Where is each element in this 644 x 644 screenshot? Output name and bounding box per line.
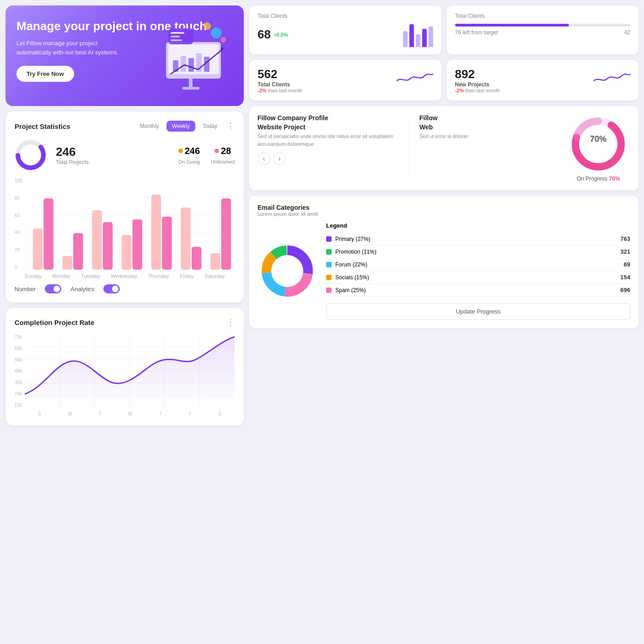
svg-rect-15 (171, 36, 180, 37)
unfinished-metric: 28 Unfinished (211, 146, 235, 165)
stat892-label: New Projects (455, 81, 500, 88)
stat562-label: Total Clients (258, 81, 302, 88)
project-statistics-card: Project Statistics Monthly Weekly Today … (5, 112, 244, 303)
svg-point-60 (271, 255, 303, 287)
ongoing-label: On Going (178, 159, 200, 165)
tab-monthly[interactable]: Monthly (134, 121, 165, 132)
completion-x-labels: S M T W T F S (25, 411, 235, 416)
company-title1: Fillow Company Profile (258, 114, 397, 122)
tab-group: Monthly Weekly Today (134, 121, 223, 132)
card-header: Project Statistics Monthly Weekly Today … (15, 121, 235, 132)
svg-rect-26 (43, 198, 54, 270)
svg-text:70%: 70% (590, 134, 606, 144)
completion-card: Completion Project Rate ⋮ 70k 60k 50k 40… (5, 308, 244, 426)
legend-color-dot (326, 275, 332, 280)
line-chart-svg (25, 335, 235, 408)
bar-chart-container: 100 80 60 40 20 0 (15, 178, 235, 279)
company-title3: Fillow (419, 114, 559, 122)
ongoing-number: 246 (185, 146, 200, 156)
company-desc1: Sed ut perspiciatis unde omnis iste natu… (258, 133, 397, 148)
toggle2-label: Analytics (70, 286, 94, 293)
analytics-toggle[interactable] (103, 284, 120, 293)
update-progress-button[interactable]: Update Progress (326, 303, 630, 320)
nav-buttons: ‹ › (258, 152, 397, 165)
completion-y-labels: 70k 60k 50k 40k 30k 20k 10k (15, 335, 25, 408)
toggle1-label: Number (15, 286, 36, 293)
legend-item: Spam (25%) 696 (326, 284, 630, 297)
unfinished-label: Unfinished (211, 159, 235, 165)
legend-item: Socials (15%) 154 (326, 271, 630, 284)
completion-header: Completion Project Rate ⋮ (15, 317, 235, 327)
svg-rect-38 (221, 198, 231, 270)
svg-rect-27 (63, 256, 73, 270)
legend-item: Primary (27%) 763 (326, 233, 630, 245)
svg-point-12 (220, 37, 226, 43)
svg-rect-36 (192, 247, 202, 270)
tab-today[interactable]: Today (197, 121, 223, 132)
svg-rect-31 (122, 235, 132, 270)
completion-more-icon[interactable]: ⋮ (226, 317, 235, 327)
donut-chart (15, 139, 47, 171)
stat562-value: 562 (258, 67, 302, 81)
progress-bar-wrap (455, 24, 631, 27)
email-donut-wrap (258, 241, 317, 301)
svg-rect-29 (92, 210, 102, 270)
project-stats-title: Project Statistics (15, 122, 70, 130)
progress-donut-wrap: 70% On Progress 70% (566, 114, 630, 182)
ongoing-metric: 246 On Going (178, 146, 200, 165)
svg-rect-28 (73, 233, 83, 270)
hero-illustration (143, 15, 235, 97)
middle-stats-row: 562 Total Clients -2% than last month 89… (249, 60, 639, 101)
prev-button[interactable]: ‹ (258, 152, 270, 165)
company-title2: Website Project (258, 123, 397, 131)
svg-rect-34 (162, 217, 172, 270)
progress-bar-bg (455, 24, 631, 27)
wave-svg-1 (397, 67, 433, 85)
email-categories-card: Email Categories Lorem ipsum dolor sit a… (249, 196, 639, 328)
next-button[interactable]: › (273, 152, 286, 165)
legend-color-dot (326, 249, 332, 255)
stat-892-card: 892 New Projects -2% than last month (447, 60, 639, 101)
company-profile-card: Fillow Company Profile Website Project S… (249, 106, 639, 190)
total-projects-info: 246 Total Projects (56, 145, 89, 165)
progress-donut-svg: 70% (569, 114, 628, 174)
tc2-label: Total Clients (455, 13, 631, 19)
legend-item: Forum (22%) 69 (326, 258, 630, 271)
tc1-value: 68 (258, 27, 271, 42)
hero-subtitle: Let Fillow manage your project automatic… (16, 39, 126, 57)
stats-summary: 246 Total Projects 246 On Going 28 Un (15, 139, 235, 171)
more-options-icon[interactable]: ⋮ (226, 121, 235, 131)
try-free-button[interactable]: Try Free Now (16, 66, 74, 82)
total-projects-label: Total Projects (56, 159, 89, 165)
total-clients-bar-card: Total Clients 68 +0,5% (249, 5, 441, 54)
tab-weekly[interactable]: Weekly (166, 121, 195, 132)
svg-rect-4 (188, 58, 194, 72)
svg-rect-35 (181, 208, 191, 270)
svg-rect-32 (132, 219, 142, 270)
legend-color-dot (326, 262, 332, 267)
svg-rect-16 (171, 39, 182, 41)
company-title4: Web (419, 123, 559, 131)
on-progress-label: On Progress 70% (577, 176, 620, 182)
total-clients-progress-card: Total Clients 76 left from target 42 (447, 5, 639, 54)
legend-title: Legend (326, 222, 630, 229)
stat-562-card: 562 Total Clients -2% than last month (249, 60, 441, 101)
project-metrics: 246 On Going 28 Unfinished (178, 146, 235, 165)
svg-rect-8 (182, 87, 199, 90)
unfinished-dot (215, 149, 219, 153)
email-subtitle: Lorem ipsum dolor sit amet (258, 211, 630, 217)
svg-rect-25 (33, 229, 43, 270)
progress-bar-fill (455, 24, 569, 27)
email-donut-svg (258, 241, 317, 301)
progress-meta: 76 left from target 42 (455, 29, 631, 36)
svg-rect-3 (181, 56, 186, 72)
stat892-change: -2% than last month (455, 88, 500, 93)
svg-rect-33 (151, 195, 161, 270)
tc1-label: Total Clients (258, 13, 433, 19)
svg-point-11 (204, 22, 211, 30)
mini-bar-chart (403, 22, 433, 47)
progress-left-label: 76 left from target (455, 29, 498, 36)
svg-rect-30 (103, 222, 113, 270)
bar-chart-svg (28, 178, 235, 270)
number-toggle[interactable] (45, 284, 61, 293)
